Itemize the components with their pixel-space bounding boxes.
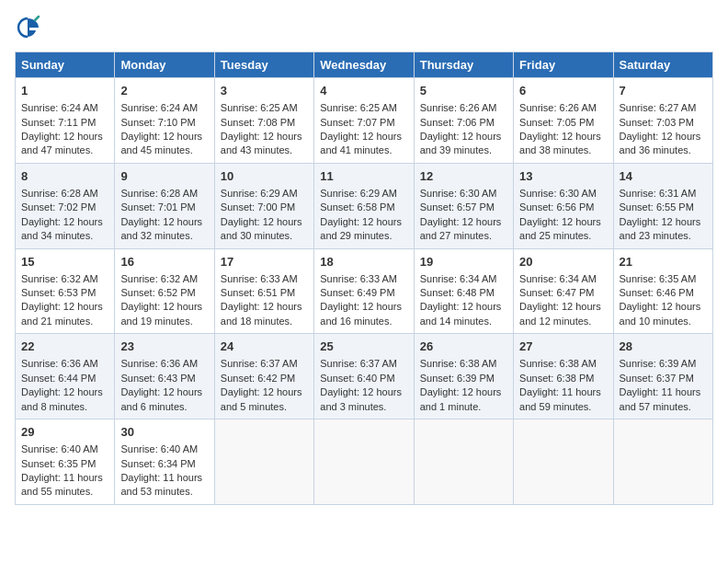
col-header-saturday: Saturday bbox=[613, 52, 712, 78]
calendar-cell: 5Sunrise: 6:26 AMSunset: 7:06 PMDaylight… bbox=[414, 78, 513, 164]
day-number: 25 bbox=[320, 339, 407, 355]
day-number: 14 bbox=[620, 168, 707, 185]
day-number: 19 bbox=[420, 254, 507, 270]
week-row-5: 29Sunrise: 6:40 AMSunset: 6:35 PMDayligh… bbox=[16, 419, 713, 505]
col-header-tuesday: Tuesday bbox=[214, 52, 313, 78]
day-number: 29 bbox=[21, 424, 108, 441]
calendar-cell: 26Sunrise: 6:38 AMSunset: 6:39 PMDayligh… bbox=[414, 334, 513, 419]
day-number: 8 bbox=[21, 168, 108, 185]
day-number: 13 bbox=[519, 168, 607, 185]
week-row-3: 15Sunrise: 6:32 AMSunset: 6:53 PMDayligh… bbox=[16, 248, 713, 334]
calendar-cell: 30Sunrise: 6:40 AMSunset: 6:34 PMDayligh… bbox=[115, 419, 214, 505]
calendar-cell bbox=[314, 419, 414, 505]
day-number: 20 bbox=[519, 254, 607, 270]
logo bbox=[15, 15, 44, 40]
day-number: 9 bbox=[120, 168, 208, 185]
col-header-thursday: Thursday bbox=[414, 52, 513, 78]
calendar-cell: 2Sunrise: 6:24 AMSunset: 7:10 PMDaylight… bbox=[115, 78, 214, 164]
day-number: 21 bbox=[620, 254, 707, 270]
calendar-cell: 29Sunrise: 6:40 AMSunset: 6:35 PMDayligh… bbox=[16, 419, 115, 505]
col-header-wednesday: Wednesday bbox=[314, 52, 414, 78]
calendar-table: SundayMondayTuesdayWednesdayThursdayFrid… bbox=[15, 52, 713, 505]
calendar-cell: 9Sunrise: 6:28 AMSunset: 7:01 PMDaylight… bbox=[115, 163, 214, 248]
day-number: 24 bbox=[221, 339, 308, 355]
day-number: 3 bbox=[221, 83, 308, 99]
calendar-cell: 23Sunrise: 6:36 AMSunset: 6:43 PMDayligh… bbox=[115, 334, 214, 419]
day-number: 22 bbox=[21, 339, 108, 355]
calendar-cell: 18Sunrise: 6:33 AMSunset: 6:49 PMDayligh… bbox=[314, 248, 414, 334]
day-number: 18 bbox=[320, 254, 407, 270]
day-number: 10 bbox=[221, 168, 308, 185]
col-header-monday: Monday bbox=[115, 52, 214, 78]
calendar-cell: 7Sunrise: 6:27 AMSunset: 7:03 PMDaylight… bbox=[613, 78, 712, 164]
day-number: 7 bbox=[620, 83, 707, 99]
page-header bbox=[15, 15, 713, 40]
calendar-cell: 22Sunrise: 6:36 AMSunset: 6:44 PMDayligh… bbox=[16, 334, 115, 419]
calendar-cell: 24Sunrise: 6:37 AMSunset: 6:42 PMDayligh… bbox=[214, 334, 313, 419]
calendar-cell: 11Sunrise: 6:29 AMSunset: 6:58 PMDayligh… bbox=[314, 163, 414, 248]
calendar-cell: 21Sunrise: 6:35 AMSunset: 6:46 PMDayligh… bbox=[613, 248, 712, 334]
calendar-cell bbox=[514, 419, 613, 505]
day-number: 11 bbox=[320, 168, 407, 185]
col-header-friday: Friday bbox=[514, 52, 613, 78]
calendar-cell: 15Sunrise: 6:32 AMSunset: 6:53 PMDayligh… bbox=[16, 248, 115, 334]
calendar-cell: 12Sunrise: 6:30 AMSunset: 6:57 PMDayligh… bbox=[414, 163, 513, 248]
day-number: 27 bbox=[519, 339, 607, 355]
general-blue-logo-icon bbox=[15, 15, 40, 40]
calendar-cell: 3Sunrise: 6:25 AMSunset: 7:08 PMDaylight… bbox=[214, 78, 313, 164]
day-number: 23 bbox=[120, 339, 208, 355]
day-number: 15 bbox=[21, 254, 108, 270]
day-number: 17 bbox=[221, 254, 308, 270]
calendar-cell bbox=[414, 419, 513, 505]
calendar-cell: 1Sunrise: 6:24 AMSunset: 7:11 PMDaylight… bbox=[16, 78, 115, 164]
calendar-cell: 8Sunrise: 6:28 AMSunset: 7:02 PMDaylight… bbox=[16, 163, 115, 248]
day-number: 12 bbox=[420, 168, 507, 185]
week-row-2: 8Sunrise: 6:28 AMSunset: 7:02 PMDaylight… bbox=[16, 163, 713, 248]
calendar-cell: 20Sunrise: 6:34 AMSunset: 6:47 PMDayligh… bbox=[514, 248, 613, 334]
calendar-cell: 19Sunrise: 6:34 AMSunset: 6:48 PMDayligh… bbox=[414, 248, 513, 334]
calendar-cell: 10Sunrise: 6:29 AMSunset: 7:00 PMDayligh… bbox=[214, 163, 313, 248]
calendar-cell: 16Sunrise: 6:32 AMSunset: 6:52 PMDayligh… bbox=[115, 248, 214, 334]
day-number: 16 bbox=[120, 254, 208, 270]
week-row-4: 22Sunrise: 6:36 AMSunset: 6:44 PMDayligh… bbox=[16, 334, 713, 419]
calendar-cell: 17Sunrise: 6:33 AMSunset: 6:51 PMDayligh… bbox=[214, 248, 313, 334]
calendar-cell: 4Sunrise: 6:25 AMSunset: 7:07 PMDaylight… bbox=[314, 78, 414, 164]
day-number: 30 bbox=[120, 424, 208, 441]
day-number: 26 bbox=[420, 339, 507, 355]
calendar-cell: 25Sunrise: 6:37 AMSunset: 6:40 PMDayligh… bbox=[314, 334, 414, 419]
week-row-1: 1Sunrise: 6:24 AMSunset: 7:11 PMDaylight… bbox=[16, 78, 713, 164]
day-number: 4 bbox=[320, 83, 407, 99]
day-number: 2 bbox=[120, 83, 208, 99]
calendar-cell bbox=[214, 419, 313, 505]
calendar-cell: 14Sunrise: 6:31 AMSunset: 6:55 PMDayligh… bbox=[613, 163, 712, 248]
day-number: 28 bbox=[620, 339, 707, 355]
calendar-cell bbox=[613, 419, 712, 505]
calendar-cell: 6Sunrise: 6:26 AMSunset: 7:05 PMDaylight… bbox=[514, 78, 613, 164]
day-number: 6 bbox=[519, 83, 607, 99]
col-header-sunday: Sunday bbox=[16, 52, 115, 78]
day-number: 1 bbox=[21, 83, 108, 99]
calendar-cell: 28Sunrise: 6:39 AMSunset: 6:37 PMDayligh… bbox=[613, 334, 712, 419]
day-number: 5 bbox=[420, 83, 507, 99]
calendar-cell: 13Sunrise: 6:30 AMSunset: 6:56 PMDayligh… bbox=[514, 163, 613, 248]
calendar-cell: 27Sunrise: 6:38 AMSunset: 6:38 PMDayligh… bbox=[514, 334, 613, 419]
